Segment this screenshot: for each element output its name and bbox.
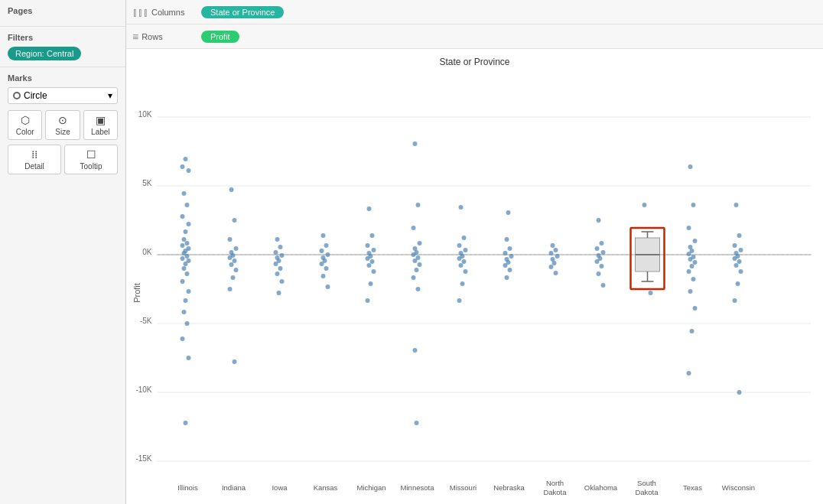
svg-text:Indiana: Indiana bbox=[222, 483, 246, 492]
svg-point-105 bbox=[412, 226, 416, 230]
chart-svg: 10K 5K 0K -5K -10K -15K Profit bbox=[126, 71, 823, 499]
svg-point-124 bbox=[457, 256, 462, 261]
svg-point-154 bbox=[595, 259, 600, 264]
svg-point-59 bbox=[228, 237, 233, 242]
svg-point-33 bbox=[185, 203, 190, 207]
svg-point-34 bbox=[181, 214, 185, 219]
svg-point-60 bbox=[234, 246, 239, 251]
svg-point-181 bbox=[693, 306, 698, 311]
svg-point-132 bbox=[503, 251, 508, 255]
svg-point-47 bbox=[182, 266, 187, 271]
svg-text:Dakota: Dakota bbox=[543, 488, 567, 496]
svg-point-140 bbox=[551, 243, 555, 248]
svg-point-116 bbox=[413, 348, 418, 353]
svg-point-128 bbox=[460, 281, 465, 286]
svg-point-91 bbox=[367, 206, 372, 211]
svg-text:Wisconsin: Wisconsin bbox=[722, 483, 755, 492]
svg-point-81 bbox=[321, 233, 326, 238]
svg-point-187 bbox=[739, 248, 743, 252]
svg-point-148 bbox=[597, 218, 601, 223]
svg-point-196 bbox=[737, 390, 742, 395]
svg-point-99 bbox=[367, 263, 372, 268]
rows-label: ≡ Rows bbox=[132, 31, 201, 43]
svg-point-58 bbox=[233, 218, 237, 223]
svg-point-38 bbox=[185, 241, 190, 245]
svg-point-70 bbox=[275, 237, 280, 242]
svg-point-182 bbox=[690, 329, 695, 333]
svg-point-72 bbox=[274, 250, 278, 255]
svg-point-79 bbox=[280, 279, 285, 284]
marks-section: Marks Circle ▾ ⬡ Color ⊙ Size ▣ bbox=[0, 67, 125, 180]
tooltip-label: Tooltip bbox=[67, 162, 115, 171]
svg-text:South: South bbox=[637, 479, 656, 487]
filters-section: Filters Region: Central bbox=[0, 27, 125, 67]
svg-point-146 bbox=[549, 265, 554, 269]
svg-point-56 bbox=[184, 421, 188, 425]
svg-point-177 bbox=[690, 264, 695, 268]
svg-text:North: North bbox=[546, 479, 564, 487]
svg-text:Profit: Profit bbox=[132, 283, 142, 303]
svg-point-43 bbox=[185, 254, 190, 259]
right-panel: ⫿⫿⫿ Columns State or Province ≡ Rows Pro… bbox=[126, 0, 823, 504]
svg-point-139 bbox=[506, 210, 511, 215]
svg-text:Kansas: Kansas bbox=[314, 483, 338, 492]
svg-text:-10K: -10K bbox=[135, 385, 151, 394]
color-label: Color bbox=[10, 128, 40, 136]
svg-point-100 bbox=[372, 269, 376, 274]
rows-icon: ≡ bbox=[132, 31, 138, 43]
svg-point-32 bbox=[182, 191, 187, 196]
svg-point-191 bbox=[737, 259, 742, 264]
svg-point-65 bbox=[229, 262, 234, 267]
svg-point-103 bbox=[413, 141, 418, 146]
label-label: Label bbox=[86, 128, 115, 136]
svg-point-44 bbox=[181, 256, 185, 261]
svg-point-194 bbox=[736, 281, 740, 286]
columns-label: ⫿⫿⫿ Columns bbox=[132, 6, 201, 18]
svg-point-178 bbox=[687, 269, 691, 274]
svg-point-84 bbox=[326, 252, 330, 257]
svg-text:0K: 0K bbox=[142, 248, 152, 256]
svg-point-69 bbox=[233, 359, 237, 364]
columns-shelf: ⫿⫿⫿ Columns State or Province bbox=[126, 0, 823, 24]
svg-point-157 bbox=[601, 283, 606, 288]
svg-point-102 bbox=[366, 298, 370, 303]
tooltip-button[interactable]: ☐ Tooltip bbox=[64, 145, 118, 174]
svg-point-133 bbox=[509, 254, 514, 259]
svg-point-131 bbox=[508, 246, 512, 251]
svg-point-55 bbox=[187, 356, 191, 360]
svg-point-168 bbox=[691, 203, 696, 207]
svg-point-31 bbox=[187, 168, 191, 173]
svg-point-92 bbox=[370, 233, 375, 238]
rows-pill[interactable]: Profit bbox=[201, 31, 239, 43]
svg-point-120 bbox=[457, 243, 462, 248]
label-icon: ▣ bbox=[86, 114, 115, 126]
svg-text:Iowa: Iowa bbox=[272, 483, 288, 492]
svg-point-176 bbox=[693, 260, 698, 265]
svg-point-149 bbox=[600, 241, 604, 245]
svg-point-121 bbox=[464, 248, 468, 252]
svg-point-80 bbox=[277, 291, 281, 295]
marks-type-dropdown[interactable]: Circle ▾ bbox=[8, 87, 118, 104]
svg-point-192 bbox=[734, 263, 739, 268]
svg-text:10K: 10K bbox=[138, 110, 152, 119]
left-panel: Pages Filters Region: Central Marks Circ… bbox=[0, 0, 126, 504]
svg-point-170 bbox=[693, 239, 698, 243]
svg-point-186 bbox=[733, 243, 737, 248]
svg-point-137 bbox=[508, 268, 512, 272]
svg-point-117 bbox=[415, 421, 419, 425]
svg-point-183 bbox=[687, 371, 691, 376]
svg-point-49 bbox=[181, 279, 185, 284]
label-button[interactable]: ▣ Label bbox=[83, 110, 118, 140]
columns-pill[interactable]: State or Province bbox=[201, 6, 284, 18]
svg-point-90 bbox=[326, 285, 330, 289]
svg-point-118 bbox=[459, 205, 464, 210]
detail-button[interactable]: ⁞⁞ Detail bbox=[8, 145, 61, 174]
svg-point-113 bbox=[415, 268, 419, 272]
svg-point-36 bbox=[184, 229, 188, 234]
filter-pill[interactable]: Region: Central bbox=[8, 47, 81, 60]
color-button[interactable]: ⬡ Color bbox=[8, 110, 42, 140]
svg-point-115 bbox=[416, 287, 421, 291]
size-button[interactable]: ⊙ Size bbox=[45, 110, 80, 140]
svg-point-180 bbox=[688, 289, 693, 294]
svg-text:-15K: -15K bbox=[135, 454, 151, 463]
